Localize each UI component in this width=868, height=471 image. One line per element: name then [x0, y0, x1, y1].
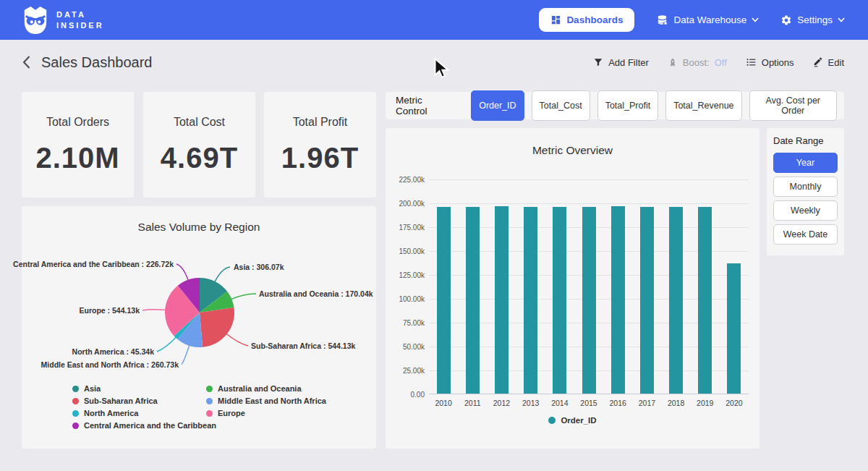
legend-label: Order_ID — [561, 416, 596, 425]
x-tick-label: 2016 — [603, 399, 632, 407]
metric-option-total-profit[interactable]: Total_Profit — [597, 90, 659, 121]
metric-control-bar: Metric Control Order_IDTotal_CostTotal_P… — [386, 92, 844, 119]
metric-option-total-revenue[interactable]: Total_Revenue — [665, 90, 741, 121]
bar-2016[interactable] — [603, 179, 632, 394]
legend-dot — [72, 410, 79, 417]
legend-label: Australia and Oceania — [218, 384, 302, 393]
pie-legend-item-australia-and-oceania[interactable]: Australia and Oceania — [206, 384, 326, 393]
y-tick-label: 200.00k — [399, 200, 425, 208]
pie-legend-item-asia[interactable]: Asia — [72, 384, 216, 393]
pie-slice-label: Europe : 544.13k — [80, 306, 140, 315]
pie-slice-label: North America : 45.34k — [72, 347, 154, 356]
chevron-down-icon — [752, 17, 759, 22]
bar-2017[interactable] — [632, 179, 661, 394]
legend-dot — [72, 398, 79, 404]
y-tick-label: 75.00k — [403, 319, 425, 327]
bar-rect — [669, 207, 683, 394]
bar-2015[interactable] — [574, 179, 603, 394]
metric-buttons: Order_IDTotal_CostTotal_ProfitTotal_Reve… — [471, 90, 837, 121]
bar-rect — [524, 207, 537, 394]
legend-label: Sub-Saharan Africa — [84, 396, 158, 405]
date-range-option-weekly[interactable]: Weekly — [773, 200, 838, 221]
y-tick-label: 0.00 — [411, 391, 425, 399]
dashboards-label: Dashboards — [566, 14, 623, 25]
pie-leader-line — [176, 264, 188, 281]
bar-rect — [727, 263, 741, 394]
bar-2011[interactable] — [458, 179, 487, 394]
settings-label: Settings — [797, 14, 833, 25]
pie-legend-column-2: Australia and OceaniaMiddle East and Nor… — [206, 384, 326, 417]
bar-rect — [640, 207, 654, 394]
pie-legend-item-sub-saharan-africa[interactable]: Sub-Saharan Africa — [72, 396, 216, 405]
bar-2018[interactable] — [662, 179, 691, 394]
metric-option-order-id[interactable]: Order_ID — [471, 90, 524, 121]
options-label: Options — [762, 57, 794, 68]
options-button[interactable]: Options — [746, 57, 794, 68]
x-tick-label: 2018 — [662, 399, 691, 407]
x-tick-label: 2019 — [691, 399, 720, 407]
pie-legend-item-middle-east-and-north-africa[interactable]: Middle East and North Africa — [206, 396, 326, 405]
pie-legend-item-europe[interactable]: Europe — [206, 409, 326, 417]
pie-leader-line — [231, 294, 256, 300]
y-tick-label: 125.00k — [399, 271, 425, 279]
kpi-value: 4.69T — [161, 142, 238, 174]
metric-option-avg-cost-per-order[interactable]: Avg. Cost per Order — [749, 90, 837, 121]
kpi-value: 2.10M — [35, 142, 119, 174]
pie-slice-label: Middle East and North Africa : 260.73k — [41, 360, 179, 369]
date-range-option-monthly[interactable]: Monthly — [773, 177, 838, 197]
date-range-option-week-date[interactable]: Week Date — [773, 224, 838, 245]
data-warehouse-menu[interactable]: Data Warehouse — [656, 14, 759, 26]
bar-2012[interactable] — [487, 179, 516, 394]
back-button[interactable] — [22, 55, 31, 69]
edit-button[interactable]: Edit — [813, 57, 844, 68]
bar-2014[interactable] — [545, 179, 574, 394]
bar-chart-plot — [429, 179, 749, 394]
dashboard-grid-icon — [550, 14, 561, 25]
brand-text: DATA INSIDER — [56, 9, 104, 31]
legend-label: Middle East and North Africa — [218, 396, 326, 405]
bar-2019[interactable] — [691, 179, 720, 394]
navbar-menu: Dashboards Data Warehouse Settings — [539, 8, 845, 32]
settings-menu[interactable]: Settings — [780, 14, 845, 26]
boost-toggle[interactable]: Boost: Off — [668, 57, 727, 68]
pie-leader-line — [215, 267, 230, 282]
kpi-value: 1.96T — [281, 142, 359, 174]
chevron-left-icon — [22, 55, 31, 69]
add-filter-label: Add Filter — [608, 57, 649, 68]
legend-dot — [72, 386, 79, 392]
pie-leader-line — [182, 345, 190, 365]
brand-logo[interactable]: DATA INSIDER — [22, 5, 104, 35]
pie-leader-line — [226, 334, 248, 346]
kpi-label: Total Profit — [293, 116, 348, 129]
owl-logo-icon — [22, 5, 49, 35]
bar-rect — [698, 207, 712, 394]
pencil-icon — [813, 57, 823, 67]
add-filter-button[interactable]: Add Filter — [593, 57, 649, 68]
bar-chart-y-axis: 0.0025.00k50.00k75.00k100.00k125.00k150.… — [391, 179, 425, 394]
y-tick-label: 150.00k — [399, 247, 425, 255]
metric-option-total-cost[interactable]: Total_Cost — [532, 90, 590, 121]
pie-slice-label: Sub-Saharan Africa : 544.13k — [251, 341, 355, 350]
date-range-label: Date Range — [773, 135, 838, 146]
kpi-label: Total Orders — [46, 116, 109, 129]
bar-2020[interactable] — [720, 179, 749, 394]
boost-label: Boost: — [683, 57, 710, 68]
date-range-option-year[interactable]: Year — [773, 153, 838, 173]
app-screen: DATA INSIDER Dashboards Data Warehouse — [0, 0, 868, 471]
metric-overview-card: Metric Overview 0.0025.00k50.00k75.00k10… — [386, 128, 760, 449]
dashboards-button[interactable]: Dashboards — [539, 8, 634, 32]
date-range-buttons: YearMonthlyWeeklyWeek Date — [773, 153, 838, 245]
y-tick-label: 225.00k — [399, 176, 425, 184]
edit-label: Edit — [828, 57, 844, 68]
bar-2013[interactable] — [516, 179, 545, 394]
pie-slice-label: Central America and the Caribbean : 226.… — [13, 260, 174, 268]
pie-slice-sub-saharan-africa[interactable] — [200, 307, 234, 347]
pie-slice-label: Australia and Oceania : 170.04k — [259, 289, 373, 298]
bar-chart-legend[interactable]: Order_ID — [386, 416, 760, 425]
pie-legend-item-central-america-and-the-caribbean[interactable]: Central America and the Caribbean — [72, 421, 216, 430]
list-icon — [746, 57, 757, 67]
bar-2010[interactable] — [429, 179, 458, 394]
x-tick-label: 2011 — [458, 399, 487, 407]
pie-legend-item-north-america[interactable]: North America — [72, 409, 216, 417]
bar-rect — [611, 206, 625, 394]
